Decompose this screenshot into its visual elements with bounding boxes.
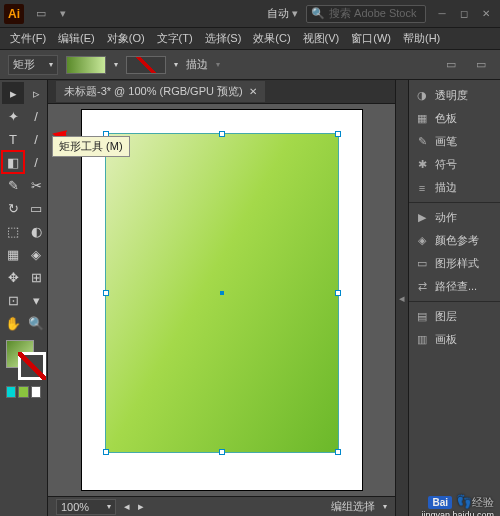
tool-tooltip: 矩形工具 (M): [52, 136, 130, 157]
tool-8[interactable]: ✎: [2, 174, 24, 196]
stroke-swatch[interactable]: [126, 56, 166, 74]
handle-top-mid[interactable]: [219, 131, 225, 137]
panel-label: 画板: [435, 332, 457, 347]
tool-2[interactable]: ✦: [2, 105, 24, 127]
handle-bot-right[interactable]: [335, 449, 341, 455]
status-dropdown-icon[interactable]: ▾: [383, 502, 387, 511]
panel-icon: ▦: [415, 112, 429, 126]
menu-type[interactable]: 文字(T): [153, 29, 197, 48]
tool-1[interactable]: ▹: [25, 82, 47, 104]
shape-type-dropdown[interactable]: 矩形▾: [8, 55, 58, 75]
watermark: Bai 👣经验 jingyan.baidu.com: [428, 494, 494, 510]
tool-21[interactable]: 🔍: [25, 312, 47, 334]
panel-label: 图层: [435, 309, 457, 324]
tool-15[interactable]: ◈: [25, 243, 47, 265]
tab-close-icon[interactable]: ✕: [249, 86, 257, 97]
panel-collapse-strip[interactable]: ◂: [395, 80, 408, 516]
tool-11[interactable]: ▭: [25, 197, 47, 219]
handle-center[interactable]: [220, 291, 224, 295]
panel-icon: ▤: [415, 310, 429, 324]
panel-色板[interactable]: ▦色板: [409, 107, 500, 130]
menu-file[interactable]: 文件(F): [6, 29, 50, 48]
handle-bot-left[interactable]: [103, 449, 109, 455]
app-logo-icon: Ai: [4, 4, 24, 24]
menu-view[interactable]: 视图(V): [299, 29, 344, 48]
tool-12[interactable]: ⬚: [2, 220, 24, 242]
selected-rectangle[interactable]: [106, 134, 338, 452]
stroke-color-icon[interactable]: [18, 352, 46, 380]
tool-4[interactable]: T: [2, 128, 24, 150]
tool-19[interactable]: ▾: [25, 289, 47, 311]
minimize-button[interactable]: ─: [432, 6, 452, 22]
panel-label: 描边: [435, 180, 457, 195]
panel-label: 透明度: [435, 88, 468, 103]
mode-swatch[interactable]: [31, 386, 41, 398]
tool-13[interactable]: ◐: [25, 220, 47, 242]
panel-颜色参考[interactable]: ◈颜色参考: [409, 229, 500, 252]
stroke-weight-dropdown[interactable]: ▾: [216, 60, 220, 69]
tool-3[interactable]: /: [25, 105, 47, 127]
panel-描边[interactable]: ≡描边: [409, 176, 500, 199]
panel-画笔[interactable]: ✎画笔: [409, 130, 500, 153]
panel-icon: ◈: [415, 234, 429, 248]
handle-mid-right[interactable]: [335, 290, 341, 296]
menu-edit[interactable]: 编辑(E): [54, 29, 99, 48]
menu-object[interactable]: 对象(O): [103, 29, 149, 48]
mode-swatch[interactable]: [18, 386, 28, 398]
mode-swatch[interactable]: [6, 386, 16, 398]
stroke-label: 描边: [186, 57, 208, 72]
panel-dock2-icon[interactable]: ▭: [473, 57, 489, 73]
arrange-icon[interactable]: ▾: [55, 6, 71, 22]
tool-5[interactable]: /: [25, 128, 47, 150]
fill-dropdown-icon[interactable]: ▾: [114, 60, 118, 69]
panel-icon: ✎: [415, 135, 429, 149]
tool-14[interactable]: ▦: [2, 243, 24, 265]
workspace-dropdown[interactable]: 自动 ▾: [267, 6, 298, 21]
document-tab[interactable]: 未标题-3* @ 100% (RGB/GPU 预览) ✕: [56, 81, 265, 102]
menu-help[interactable]: 帮助(H): [399, 29, 444, 48]
menu-window[interactable]: 窗口(W): [347, 29, 395, 48]
tool-0[interactable]: ▸: [2, 82, 24, 104]
panel-label: 动作: [435, 210, 457, 225]
tool-16[interactable]: ✥: [2, 266, 24, 288]
handle-bot-mid[interactable]: [219, 449, 225, 455]
panel-动作[interactable]: ▶动作: [409, 206, 500, 229]
tool-17[interactable]: ⊞: [25, 266, 47, 288]
bridge-icon[interactable]: ▭: [33, 6, 49, 22]
stock-search-input[interactable]: 🔍 搜索 Adobe Stock: [306, 5, 426, 23]
tool-20[interactable]: ✋: [2, 312, 24, 334]
panel-dock-icon[interactable]: ▭: [443, 57, 459, 73]
handle-top-right[interactable]: [335, 131, 341, 137]
titlebar: Ai ▭ ▾ 自动 ▾ 🔍 搜索 Adobe Stock ─ ◻ ✕: [0, 0, 500, 28]
nav-next-icon[interactable]: ▸: [138, 500, 144, 513]
handle-mid-left[interactable]: [103, 290, 109, 296]
menu-select[interactable]: 选择(S): [201, 29, 246, 48]
canvas[interactable]: [48, 104, 395, 496]
nav-prev-icon[interactable]: ◂: [124, 500, 130, 513]
maximize-button[interactable]: ◻: [454, 6, 474, 22]
panel-icon: ▭: [415, 257, 429, 271]
tool-10[interactable]: ↻: [2, 197, 24, 219]
zoom-dropdown[interactable]: 100%▾: [56, 499, 116, 515]
panel-透明度[interactable]: ◑透明度: [409, 84, 500, 107]
close-button[interactable]: ✕: [476, 6, 496, 22]
panel-符号[interactable]: ✱符号: [409, 153, 500, 176]
options-bar: 矩形▾ ▾ ▾ 描边 ▾ ▭ ▭: [0, 50, 500, 80]
tool-6[interactable]: ◧: [2, 151, 24, 173]
panel-路径查...[interactable]: ⇄路径查...: [409, 275, 500, 298]
panel-图形样式[interactable]: ▭图形样式: [409, 252, 500, 275]
panel-label: 符号: [435, 157, 457, 172]
panel-label: 图形样式: [435, 256, 479, 271]
selection-mode-label: 编组选择: [331, 499, 375, 514]
tool-9[interactable]: ✂: [25, 174, 47, 196]
stroke-dropdown-icon[interactable]: ▾: [174, 60, 178, 69]
document-title: 未标题-3* @ 100% (RGB/GPU 预览): [64, 84, 243, 99]
artboard[interactable]: [82, 110, 362, 490]
menu-effect[interactable]: 效果(C): [249, 29, 294, 48]
panel-图层[interactable]: ▤图层: [409, 305, 500, 328]
panel-画板[interactable]: ▥画板: [409, 328, 500, 351]
tool-18[interactable]: ⊡: [2, 289, 24, 311]
tool-7[interactable]: /: [25, 151, 47, 173]
fill-stroke-control[interactable]: [2, 340, 45, 382]
fill-swatch[interactable]: [66, 56, 106, 74]
